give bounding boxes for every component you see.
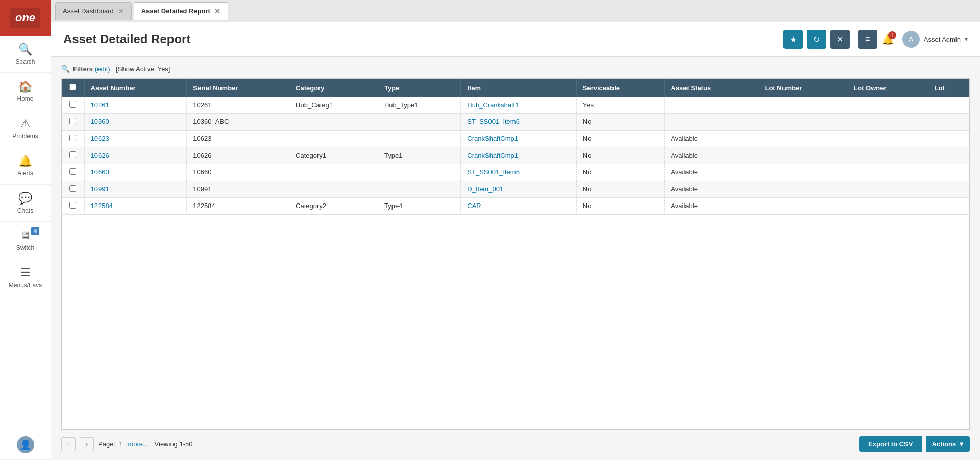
row-checkbox[interactable] [62, 181, 84, 198]
row-asset-status: Available [665, 131, 758, 147]
tab-asset-dashboard[interactable]: Asset Dashboard ✕ [55, 2, 132, 20]
main-area: Asset Dashboard ✕ Asset Detailed Report … [51, 0, 980, 460]
row-serviceable: No [576, 114, 665, 131]
row-asset-number: 10360 [84, 114, 187, 131]
sidebar-item-menus[interactable]: ☰ Menus/Favs [0, 259, 51, 296]
tab-close-asset-dashboard[interactable]: ✕ [118, 7, 124, 15]
user-dropdown-icon[interactable]: ▾ [965, 36, 968, 43]
row-serviceable: No [576, 198, 665, 215]
row-serial-number: 122584 [187, 198, 289, 215]
item-link[interactable]: ST_SS001_Item6 [467, 118, 520, 125]
asset-number-link[interactable]: 10261 [91, 101, 109, 109]
actions-dropdown-button[interactable]: Actions ▼ [926, 436, 970, 452]
asset-number-link[interactable]: 10626 [91, 151, 109, 159]
home-icon: 🏠 [18, 80, 32, 93]
select-all-checkbox[interactable] [69, 84, 76, 90]
asset-number-link[interactable]: 10623 [91, 135, 109, 142]
sidebar-item-user-avatar[interactable]: 👤 [0, 429, 51, 460]
user-area[interactable]: A Asset Admin ▾ [902, 31, 968, 48]
notification-area[interactable]: 🔔 1 [881, 33, 894, 45]
item-link[interactable]: D_Item_001 [467, 185, 503, 193]
item-link[interactable]: CrankShaftCmp1 [467, 135, 518, 142]
sidebar-item-alerts[interactable]: 🔔 Alerts [0, 147, 51, 185]
row-checkbox[interactable] [62, 97, 84, 114]
row-lot [928, 181, 969, 198]
menu-button[interactable]: ≡ [858, 30, 877, 49]
app-logo[interactable]: one [0, 0, 51, 36]
pagination-prev-button[interactable]: ‹ [61, 437, 76, 451]
asset-number-link[interactable]: 10660 [91, 168, 109, 176]
sidebar-item-switch[interactable]: ⊞ 🖥 Switch [0, 222, 51, 259]
th-item: Item [461, 79, 576, 97]
row-select-checkbox[interactable] [69, 168, 76, 175]
row-checkbox[interactable] [62, 198, 84, 215]
close-button[interactable]: ✕ [830, 30, 850, 49]
row-lot-number [758, 114, 847, 131]
table-row: 10261 10261 Hub_Categ1 Hub_Type1 Hub_Cra… [62, 97, 969, 114]
filter-edit-link[interactable]: (edit): [95, 65, 112, 73]
sidebar-item-problems[interactable]: ⚠ Problems [0, 110, 51, 147]
row-lot [928, 147, 969, 164]
sidebar: one 🔍 Search 🏠 Home ⚠ Problems 🔔 Alerts … [0, 0, 51, 460]
switch-icon: 🖥 [20, 229, 31, 242]
th-type: Type [378, 79, 460, 97]
actions-dropdown-icon: ▼ [958, 440, 965, 448]
item-link[interactable]: CrankShaftCmp1 [467, 151, 518, 159]
row-checkbox[interactable] [62, 114, 84, 131]
asset-number-link[interactable]: 10991 [91, 185, 109, 193]
table-body: 10261 10261 Hub_Categ1 Hub_Type1 Hub_Cra… [62, 97, 969, 215]
asset-number-link[interactable]: 122584 [91, 202, 113, 210]
row-type: Type4 [378, 198, 460, 215]
sidebar-label-problems: Problems [12, 133, 38, 140]
item-link[interactable]: CAR [467, 202, 481, 210]
row-asset-status [665, 97, 758, 114]
row-item: CrankShaftCmp1 [461, 131, 576, 147]
row-asset-number: 10660 [84, 164, 187, 181]
table-row: 10660 10660 ST_SS001_Item5 No Available [62, 164, 969, 181]
chats-icon: 💬 [18, 192, 32, 205]
sidebar-item-chats[interactable]: 💬 Chats [0, 185, 51, 222]
tab-close-asset-detailed-report[interactable]: ✕ [214, 7, 220, 15]
row-asset-status [665, 114, 758, 131]
sidebar-avatar: 👤 [17, 436, 34, 453]
row-lot [928, 97, 969, 114]
row-asset-number: 10991 [84, 181, 187, 198]
user-avatar: A [902, 31, 920, 48]
sidebar-label-switch: Switch [16, 244, 34, 251]
row-select-checkbox[interactable] [69, 202, 76, 209]
favorite-button[interactable]: ★ [783, 30, 803, 49]
filter-value: [Show Active: Yes] [116, 65, 170, 73]
item-link[interactable]: Hub_Crankshaft1 [467, 101, 519, 109]
refresh-button[interactable]: ↻ [807, 30, 826, 49]
row-type [378, 181, 460, 198]
row-select-checkbox[interactable] [69, 151, 76, 158]
row-lot [928, 114, 969, 131]
row-item: Hub_Crankshaft1 [461, 97, 576, 114]
pagination-next-button[interactable]: › [80, 437, 94, 451]
row-item: ST_SS001_Item5 [461, 164, 576, 181]
pagination-more-link[interactable]: more... [128, 440, 148, 448]
row-select-checkbox[interactable] [69, 101, 76, 108]
row-select-checkbox[interactable] [69, 118, 76, 124]
row-lot-owner [847, 131, 928, 147]
item-link[interactable]: ST_SS001_Item5 [467, 168, 520, 176]
row-checkbox[interactable] [62, 131, 84, 147]
menu-icon: ≡ [865, 35, 870, 44]
row-select-checkbox[interactable] [69, 185, 76, 192]
th-checkbox[interactable] [62, 79, 84, 97]
sidebar-item-home[interactable]: 🏠 Home [0, 73, 51, 110]
row-serial-number: 10660 [187, 164, 289, 181]
export-csv-button[interactable]: Export to CSV [859, 436, 922, 452]
pagination-page-label: Page: 1 more... Viewing 1-50 [98, 440, 192, 448]
row-serial-number: 10626 [187, 147, 289, 164]
row-checkbox[interactable] [62, 164, 84, 181]
row-checkbox[interactable] [62, 147, 84, 164]
sidebar-item-search[interactable]: 🔍 Search [0, 36, 51, 73]
filters-bar: 🔍 Filters (edit): [Show Active: Yes] [61, 65, 970, 73]
row-select-checkbox[interactable] [69, 135, 76, 141]
tab-asset-detailed-report[interactable]: Asset Detailed Report ✕ [134, 2, 228, 20]
table-row: 122584 122584 Category2 Type4 CAR No Ava… [62, 198, 969, 215]
row-asset-number: 10626 [84, 147, 187, 164]
asset-number-link[interactable]: 10360 [91, 118, 109, 125]
row-type: Hub_Type1 [378, 97, 460, 114]
